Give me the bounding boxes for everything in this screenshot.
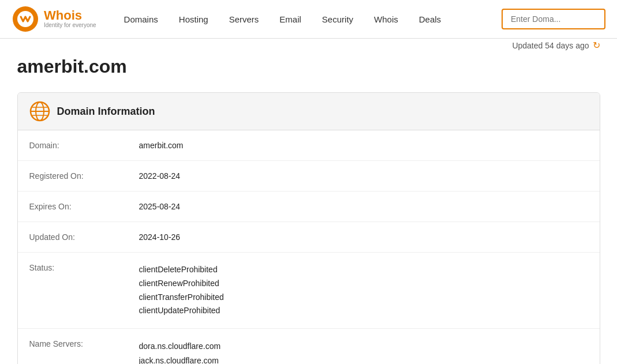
updated-text: Updated 54 days ago (512, 41, 589, 50)
refresh-icon[interactable]: ↻ (593, 40, 600, 51)
status-line-4: clientUpdateProhibited (139, 304, 594, 318)
row-domain: Domain: amerbit.com (18, 130, 600, 161)
label-expires: Expires On: (18, 192, 133, 222)
logo-title: Whois (44, 9, 96, 22)
label-nameservers: Name Servers: (18, 329, 133, 364)
card-title: Domain Information (57, 106, 155, 118)
value-expires: 2025-08-24 (133, 192, 600, 222)
row-status: Status: clientDeleteProhibited clientRen… (18, 253, 600, 329)
label-status: Status: (18, 253, 133, 328)
header: Whois Identity for everyone Domains Host… (0, 0, 617, 39)
status-line-1: clientDeleteProhibited (139, 263, 594, 277)
logo-subtitle: Identity for everyone (44, 22, 96, 29)
nav-item-security[interactable]: Security (312, 0, 364, 39)
row-updated: Updated On: 2024-10-26 (18, 222, 600, 253)
row-nameservers: Name Servers: dora.ns.cloudflare.com jac… (18, 329, 600, 364)
value-nameservers: dora.ns.cloudflare.com jack.ns.cloudflar… (133, 329, 600, 364)
row-expires: Expires On: 2025-08-24 (18, 192, 600, 222)
nameserver-2: jack.ns.cloudflare.com (139, 354, 594, 364)
card-header: Domain Information (18, 93, 600, 130)
value-status: clientDeleteProhibited clientRenewProhib… (133, 253, 600, 328)
search-input[interactable] (502, 9, 605, 29)
label-updated: Updated On: (18, 222, 133, 252)
row-registered: Registered On: 2022-08-24 (18, 161, 600, 192)
logo-icon (12, 5, 39, 33)
logo-link[interactable]: Whois Identity for everyone (12, 5, 96, 33)
value-updated: 2024-10-26 (133, 222, 600, 252)
logo-text: Whois Identity for everyone (44, 9, 96, 29)
nameserver-1: dora.ns.cloudflare.com (139, 339, 594, 354)
nav-item-deals[interactable]: Deals (409, 0, 451, 39)
label-registered: Registered On: (18, 161, 133, 191)
main-content: amerbit.com Updated 54 days ago ↻ Domain… (6, 39, 612, 364)
status-line-3: clientTransferProhibited (139, 291, 594, 305)
nav-item-email[interactable]: Email (269, 0, 312, 39)
nav-item-servers[interactable]: Servers (219, 0, 270, 39)
nav-item-whois[interactable]: Whois (364, 0, 409, 39)
nav-item-domains[interactable]: Domains (114, 0, 169, 39)
nav-links: Domains Hosting Servers Email Security W… (114, 0, 502, 39)
value-registered: 2022-08-24 (133, 161, 600, 191)
search-wrap (502, 9, 605, 29)
domain-info-card: Domain Information Domain: amerbit.com R… (17, 92, 600, 364)
domain-title: amerbit.com (17, 56, 127, 77)
www-icon (29, 101, 50, 122)
nav-item-hosting[interactable]: Hosting (169, 0, 219, 39)
svg-point-1 (17, 11, 33, 27)
label-domain: Domain: (18, 130, 133, 160)
updated-line: Updated 54 days ago ↻ (512, 40, 600, 51)
status-line-2: clientRenewProhibited (139, 277, 594, 291)
value-domain: amerbit.com (133, 130, 600, 160)
